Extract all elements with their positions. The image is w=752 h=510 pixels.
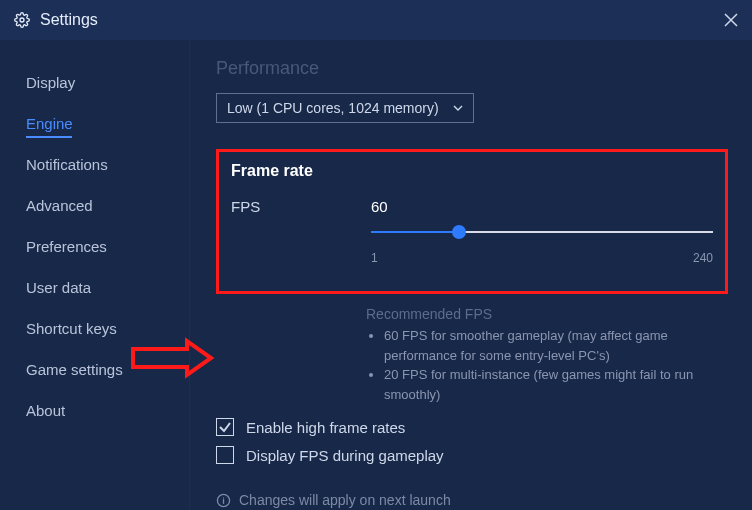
- restart-note-text: Changes will apply on next launch: [239, 492, 451, 508]
- sidebar-item-display[interactable]: Display: [0, 62, 189, 103]
- close-button[interactable]: [724, 10, 738, 30]
- frame-rate-section: Frame rate FPS 60 1 240: [216, 149, 728, 294]
- performance-dropdown[interactable]: Low (1 CPU cores, 1024 memory): [216, 93, 474, 123]
- svg-point-0: [20, 18, 24, 22]
- recommended-fps: Recommended FPS 60 FPS for smoother game…: [366, 306, 728, 404]
- sidebar-item-preferences[interactable]: Preferences: [0, 226, 189, 267]
- content: Performance Low (1 CPU cores, 1024 memor…: [190, 40, 752, 510]
- display-fps-label: Display FPS during gameplay: [246, 447, 444, 464]
- sidebar-item-engine[interactable]: Engine: [0, 103, 189, 144]
- sidebar-item-shortcut-keys[interactable]: Shortcut keys: [0, 308, 189, 349]
- check-icon: [218, 420, 232, 434]
- enable-high-frame-rates-label: Enable high frame rates: [246, 419, 405, 436]
- display-fps-checkbox[interactable]: [216, 446, 234, 464]
- dropdown-value: Low (1 CPU cores, 1024 memory): [227, 100, 439, 116]
- settings-window: Settings Display Engine Notifications Ad…: [0, 0, 752, 510]
- restart-note: Changes will apply on next launch: [216, 492, 728, 508]
- fps-value: 60: [371, 198, 713, 215]
- title-text: Settings: [40, 11, 98, 29]
- info-icon: [216, 493, 231, 508]
- enable-high-frame-rates-row: Enable high frame rates: [216, 418, 728, 436]
- sidebar-item-about[interactable]: About: [0, 390, 189, 431]
- sidebar: Display Engine Notifications Advanced Pr…: [0, 40, 190, 510]
- body: Display Engine Notifications Advanced Pr…: [0, 40, 752, 510]
- sidebar-item-user-data[interactable]: User data: [0, 267, 189, 308]
- frame-rate-title: Frame rate: [231, 162, 713, 180]
- titlebar: Settings: [0, 0, 752, 40]
- fps-slider[interactable]: [371, 223, 713, 241]
- sidebar-item-notifications[interactable]: Notifications: [0, 144, 189, 185]
- enable-high-frame-rates-checkbox[interactable]: [216, 418, 234, 436]
- display-fps-row: Display FPS during gameplay: [216, 446, 728, 464]
- recommended-item: 20 FPS for multi-instance (few games mig…: [384, 365, 728, 404]
- close-icon: [724, 13, 738, 27]
- recommended-item: 60 FPS for smoother gameplay (may affect…: [384, 326, 728, 365]
- sidebar-item-advanced[interactable]: Advanced: [0, 185, 189, 226]
- performance-heading: Performance: [216, 58, 728, 79]
- fps-max: 240: [693, 251, 713, 265]
- sidebar-item-game-settings[interactable]: Game settings: [0, 349, 189, 390]
- recommended-title: Recommended FPS: [366, 306, 728, 322]
- chevron-down-icon: [453, 105, 463, 111]
- gear-icon: [14, 12, 30, 28]
- fps-min: 1: [371, 251, 378, 265]
- fps-label: FPS: [231, 198, 371, 215]
